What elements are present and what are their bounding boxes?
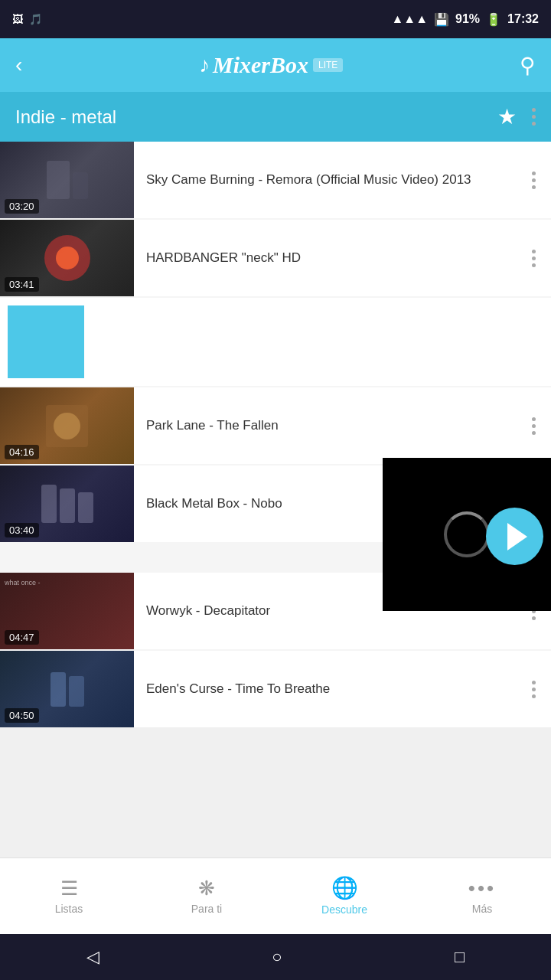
- battery-percent: 91%: [455, 12, 480, 26]
- app-logo: ♪ MixerBox LITE: [199, 52, 343, 78]
- play-fab-button[interactable]: [486, 508, 543, 565]
- nav-item-descubre[interactable]: 🌐 Descubre: [276, 858, 413, 934]
- more-icon: •••: [468, 878, 496, 898]
- track-title: Park Lane - The Fallen: [134, 417, 524, 434]
- nav-label-listas: Listas: [55, 903, 83, 915]
- playlist-actions: ★: [497, 104, 536, 129]
- track-duration: 04:47: [5, 630, 39, 645]
- track-thumbnail: what once - 04:47: [0, 573, 134, 649]
- track-thumbnail: 04:50: [0, 651, 134, 727]
- more-options-button[interactable]: [532, 108, 536, 126]
- track-duration: 04:50: [5, 708, 39, 723]
- nav-label-mas: Más: [472, 903, 492, 915]
- track-options-button[interactable]: [524, 164, 543, 197]
- status-bar: 🖼 🎵 ▲▲▲ 💾 91% 🔋 17:32: [0, 0, 551, 38]
- logo-text: MixerBox: [213, 52, 308, 78]
- system-navigation: ◁ ○ □: [0, 934, 551, 980]
- wifi-icon: ▲▲▲: [392, 12, 429, 26]
- search-button[interactable]: ⚲: [520, 53, 536, 78]
- status-icons-left: 🖼 🎵: [12, 13, 42, 25]
- track-duration: 03:41: [5, 277, 39, 292]
- track-title: Eden's Curse - Time To Breathe: [134, 681, 524, 697]
- nav-label-descubre: Descubre: [321, 903, 367, 916]
- track-thumbnail: 03:40: [0, 466, 134, 542]
- track-list: 03:20 Sky Came Burning - Remora (Officia…: [0, 142, 551, 727]
- track-thumbnail: 03:20: [0, 142, 134, 218]
- track-options-button[interactable]: [524, 673, 543, 706]
- track-options-button[interactable]: [524, 242, 543, 275]
- track-duration: 04:16: [5, 445, 39, 459]
- music-note-icon: ♪: [199, 53, 210, 77]
- status-right: ▲▲▲ 💾 91% 🔋 17:32: [392, 12, 539, 27]
- app-bar: ‹ ♪ MixerBox LITE ⚲: [0, 38, 551, 92]
- track-item[interactable]: 03:40 Black Metal Box - Nobo: [0, 466, 551, 542]
- thumbnail-overlay-text: what once -: [5, 579, 81, 588]
- nav-item-listas[interactable]: ☰ Listas: [0, 858, 138, 934]
- track-title: Sky Came Burning - Remora (Official Musi…: [134, 172, 524, 188]
- recent-system-button[interactable]: □: [455, 947, 465, 967]
- back-button[interactable]: ‹: [15, 53, 22, 77]
- nav-label-para-ti: Para ti: [191, 903, 222, 915]
- track-duration: 03:40: [5, 523, 39, 537]
- play-icon: [507, 523, 527, 550]
- track-thumbnail: 03:41: [0, 220, 134, 296]
- music-icon: 🎵: [29, 13, 42, 25]
- track-item[interactable]: 04:16 Park Lane - The Fallen: [0, 387, 551, 464]
- home-system-button[interactable]: ○: [272, 947, 282, 967]
- track-item-placeholder[interactable]: [0, 298, 551, 386]
- back-system-button[interactable]: ◁: [86, 947, 99, 967]
- nav-item-mas[interactable]: ••• Más: [413, 858, 551, 934]
- track-item[interactable]: 04:50 Eden's Curse - Time To Breathe: [0, 651, 551, 727]
- track-title: HARDBANGER "neck" HD: [134, 250, 524, 266]
- notification-icon: 🖼: [12, 13, 23, 25]
- network-icon: ❋: [198, 878, 215, 898]
- track-duration: 03:20: [5, 199, 39, 214]
- favorite-button[interactable]: ★: [497, 104, 517, 129]
- logo-lite-badge: LITE: [313, 58, 343, 72]
- track-item[interactable]: 03:20 Sky Came Burning - Remora (Officia…: [0, 142, 551, 218]
- track-options-button[interactable]: [524, 410, 543, 443]
- nav-item-para-ti[interactable]: ❋ Para ti: [138, 858, 276, 934]
- list-icon: ☰: [60, 878, 78, 898]
- bottom-navigation: ☰ Listas ❋ Para ti 🌐 Descubre ••• Más: [0, 858, 551, 934]
- track-item[interactable]: 03:41 HARDBANGER "neck" HD: [0, 220, 551, 296]
- track-thumbnail-placeholder: [8, 305, 84, 378]
- globe-icon: 🌐: [331, 877, 358, 899]
- playlist-title: Indie - metal: [15, 106, 116, 128]
- battery-icon: 🔋: [486, 12, 501, 27]
- storage-icon: 💾: [434, 12, 449, 27]
- loading-spinner: [444, 511, 490, 557]
- playlist-bar: Indie - metal ★: [0, 92, 551, 142]
- track-thumbnail: 04:16: [0, 387, 134, 464]
- time: 17:32: [507, 12, 539, 26]
